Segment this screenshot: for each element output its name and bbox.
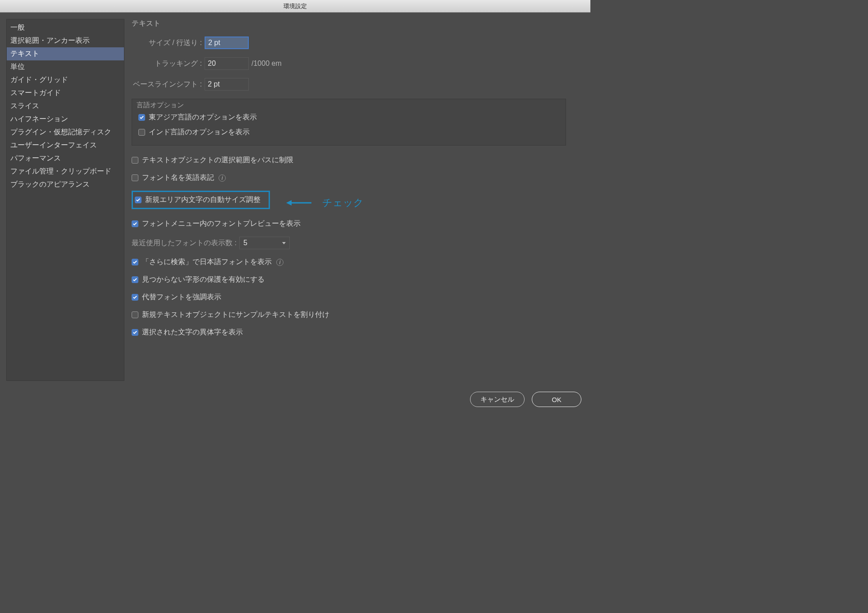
sidebar-item-plugins-scratch[interactable]: プラグイン・仮想記憶ディスク — [7, 126, 124, 139]
sample-text-label: 新規テキストオブジェクトにサンプルテキストを割り付け — [142, 310, 329, 320]
path-limit-label: テキストオブジェクトの選択範囲をパスに制限 — [142, 156, 293, 165]
recent-fonts-value: 5 — [243, 239, 247, 247]
sample-text-checkbox[interactable] — [132, 311, 138, 318]
auto-size-checkbox[interactable] — [135, 197, 142, 203]
field-tracking: トラッキング : /1000 em — [132, 57, 584, 70]
sidebar-item-text[interactable]: テキスト — [7, 47, 124, 60]
font-english-label: フォント名を英語表記 — [142, 173, 214, 183]
sidebar-item-ui[interactable]: ユーザーインターフェイス — [7, 139, 124, 152]
show-japanese-checkbox[interactable] — [132, 259, 138, 265]
sidebar-item-black-appearance[interactable]: ブラックのアピアランス — [7, 178, 124, 191]
tracking-suffix: /1000 em — [251, 59, 282, 68]
font-preview-checkbox[interactable] — [132, 220, 138, 227]
field-baseline-shift: ベースラインシフト : — [132, 78, 584, 91]
protect-glyph-label: 見つからない字形の保護を有効にする — [142, 275, 265, 284]
content-area: 一般 選択範囲・アンカー表示 テキスト 単位 ガイド・グリッド スマートガイド … — [0, 13, 590, 387]
sidebar-item-slices[interactable]: スライス — [7, 100, 124, 113]
size-leading-input[interactable] — [205, 37, 249, 49]
path-limit-checkbox[interactable] — [132, 157, 138, 164]
highlight-sub-checkbox[interactable] — [132, 294, 138, 301]
main-panel: テキスト サイズ / 行送り : トラッキング : /1000 em ベースライ… — [132, 19, 584, 381]
font-english-checkbox[interactable] — [132, 174, 138, 181]
language-options-title: 言語オプション — [137, 101, 184, 110]
highlight-sub-label: 代替フォントを強調表示 — [142, 293, 221, 302]
ok-button[interactable]: OK — [532, 392, 581, 407]
arrow-left-icon — [286, 199, 312, 207]
field-size-leading: サイズ / 行送り : — [132, 37, 584, 49]
window-title: 環境設定 — [0, 0, 590, 13]
sidebar: 一般 選択範囲・アンカー表示 テキスト 単位 ガイド・グリッド スマートガイド … — [6, 19, 124, 381]
sidebar-item-guides-grid[interactable]: ガイド・グリッド — [7, 73, 124, 87]
cancel-button[interactable]: キャンセル — [470, 392, 525, 407]
recent-fonts-select[interactable]: 5 — [239, 237, 290, 249]
baseline-shift-input[interactable] — [205, 78, 249, 91]
tracking-input[interactable] — [205, 57, 249, 70]
tracking-label: トラッキング : — [132, 59, 205, 69]
preferences-window: 環境設定 一般 選択範囲・アンカー表示 テキスト 単位 ガイド・グリッド スマー… — [0, 0, 590, 418]
auto-size-highlight: 新規エリア内文字の自動サイズ調整 — [132, 191, 270, 209]
size-leading-label: サイズ / 行送り : — [132, 38, 205, 48]
dialog-footer: キャンセル OK — [0, 387, 590, 418]
protect-glyph-checkbox[interactable] — [132, 276, 138, 283]
sidebar-item-general[interactable]: 一般 — [7, 21, 124, 34]
east-asian-label: 東アジア言語のオプションを表示 — [149, 113, 257, 122]
sidebar-item-hyphenation[interactable]: ハイフネーション — [7, 113, 124, 126]
baseline-shift-label: ベースラインシフト : — [132, 80, 205, 89]
info-icon[interactable]: i — [276, 259, 283, 266]
check-annotation: チェック — [286, 196, 364, 210]
indic-checkbox[interactable] — [138, 129, 145, 136]
chevron-down-icon — [282, 242, 286, 244]
annotation-text: チェック — [322, 196, 364, 210]
indic-label: インド言語のオプションを表示 — [149, 128, 250, 137]
sidebar-item-file-clipboard[interactable]: ファイル管理・クリップボード — [7, 165, 124, 178]
language-options-group: 言語オプション 東アジア言語のオプションを表示 インド言語のオプションを表示 — [132, 99, 566, 146]
show-alternates-checkbox[interactable] — [132, 329, 138, 336]
panel-title: テキスト — [132, 19, 584, 28]
east-asian-checkbox[interactable] — [138, 114, 145, 121]
sidebar-item-performance[interactable]: パフォーマンス — [7, 152, 124, 165]
auto-size-label: 新規エリア内文字の自動サイズ調整 — [145, 195, 260, 205]
recent-fonts-label: 最近使用したフォントの表示数 : — [132, 238, 237, 248]
sidebar-item-selection-anchor[interactable]: 選択範囲・アンカー表示 — [7, 34, 124, 47]
info-icon[interactable]: i — [219, 174, 226, 182]
svg-marker-1 — [286, 200, 292, 206]
show-alternates-label: 選択された文字の異体字を表示 — [142, 328, 243, 337]
show-japanese-label: 「さらに検索」で日本語フォントを表示 — [142, 257, 272, 267]
sidebar-item-smart-guides[interactable]: スマートガイド — [7, 87, 124, 100]
sidebar-item-units[interactable]: 単位 — [7, 60, 124, 73]
font-preview-label: フォントメニュー内のフォントプレビューを表示 — [142, 219, 301, 229]
